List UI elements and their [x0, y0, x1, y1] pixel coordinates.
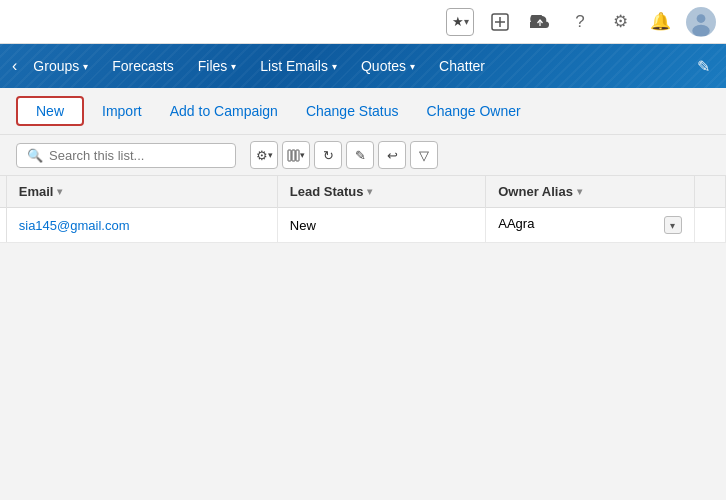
svg-rect-9	[296, 150, 299, 161]
col-header-email[interactable]: Email ▾	[6, 176, 277, 208]
svg-rect-8	[292, 150, 295, 161]
col-header-lead-status[interactable]: Lead Status ▾	[277, 176, 485, 208]
files-chevron-icon: ▾	[231, 61, 236, 72]
new-button[interactable]: New	[16, 96, 84, 126]
gear-filter-button[interactable]: ⚙▾	[250, 141, 278, 169]
cloud-icon[interactable]	[526, 8, 554, 36]
row-dropdown-button[interactable]: ▾	[664, 216, 682, 234]
change-owner-button[interactable]: Change Owner	[417, 98, 531, 124]
nav-edit-icon[interactable]: ✎	[689, 57, 718, 76]
search-bar: 🔍 ⚙▾ ▾ ↻ ✎ ↩ ▽	[0, 135, 726, 176]
search-bar-icons: ⚙▾ ▾ ↻ ✎ ↩ ▽	[250, 141, 438, 169]
edit-button[interactable]: ✎	[346, 141, 374, 169]
table-row: sia145@gmail.com New AAgra ▾	[0, 208, 726, 243]
help-icon[interactable]: ?	[566, 8, 594, 36]
action-bar: New Import Add to Campaign Change Status…	[0, 88, 726, 135]
settings-icon[interactable]: ⚙	[606, 8, 634, 36]
nav-arrow-left[interactable]: ‹	[8, 57, 21, 75]
groups-chevron-icon: ▾	[83, 61, 88, 72]
table-header-row: Email ▾ Lead Status ▾ Owner Alias ▾	[0, 176, 726, 208]
avatar[interactable]	[686, 7, 716, 37]
import-button[interactable]: Import	[92, 98, 152, 124]
nav-item-chatter[interactable]: Chatter	[427, 44, 497, 88]
quotes-chevron-icon: ▾	[410, 61, 415, 72]
change-status-button[interactable]: Change Status	[296, 98, 409, 124]
list-emails-chevron-icon: ▾	[332, 61, 337, 72]
nav-item-quotes[interactable]: Quotes ▾	[349, 44, 427, 88]
nav-item-list-emails[interactable]: List Emails ▾	[248, 44, 349, 88]
top-bar-icons: ★▾ ? ⚙ 🔔	[446, 7, 716, 37]
email-link[interactable]: sia145@gmail.com	[19, 218, 130, 233]
lead-sort-icon: ▾	[367, 186, 372, 197]
search-icon: 🔍	[27, 148, 43, 163]
email-sort-icon: ▾	[57, 186, 62, 197]
svg-point-5	[697, 14, 706, 23]
add-to-campaign-button[interactable]: Add to Campaign	[160, 98, 288, 124]
cell-action	[694, 208, 725, 243]
top-bar: ★▾ ? ⚙ 🔔	[0, 0, 726, 44]
add-icon[interactable]	[486, 8, 514, 36]
refresh-button[interactable]: ↻	[314, 141, 342, 169]
search-input-wrap: 🔍	[16, 143, 236, 168]
owner-sort-icon: ▾	[577, 186, 582, 197]
filter-button[interactable]: ▽	[410, 141, 438, 169]
search-input[interactable]	[49, 148, 209, 163]
back-button[interactable]: ↩	[378, 141, 406, 169]
star-button[interactable]: ★▾	[446, 8, 474, 36]
col-header-owner-alias[interactable]: Owner Alias ▾	[486, 176, 694, 208]
table-container: Email ▾ Lead Status ▾ Owner Alias ▾	[0, 176, 726, 243]
nav-item-groups[interactable]: Groups ▾	[21, 44, 100, 88]
cell-owner-alias: AAgra ▾	[486, 208, 694, 243]
nav-bar: ‹ Groups ▾ Forecasts Files ▾ List Emails…	[0, 44, 726, 88]
nav-item-files[interactable]: Files ▾	[186, 44, 249, 88]
nav-item-forecasts[interactable]: Forecasts	[100, 44, 185, 88]
cell-lead-status: New	[277, 208, 485, 243]
bell-icon[interactable]: 🔔	[646, 8, 674, 36]
col-header-action	[694, 176, 725, 208]
leads-table: Email ▾ Lead Status ▾ Owner Alias ▾	[0, 176, 726, 243]
columns-button[interactable]: ▾	[282, 141, 310, 169]
svg-rect-7	[288, 150, 291, 161]
cell-email: sia145@gmail.com	[6, 208, 277, 243]
